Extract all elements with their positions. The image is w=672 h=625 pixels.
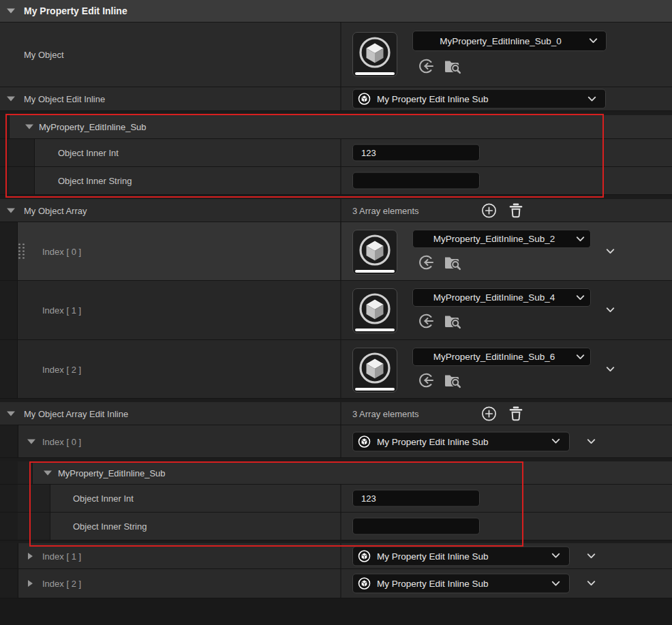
row-my-object: My Object MyProperty_EditInline_Sub_0 — [0, 22, 672, 87]
indent-gutter — [0, 139, 10, 166]
row-expander-icon[interactable] — [7, 97, 15, 102]
index-expander-icon[interactable] — [28, 553, 33, 560]
column-divider[interactable] — [340, 569, 341, 598]
chevron-down-icon — [576, 354, 585, 360]
asset-thumbnail[interactable] — [352, 288, 397, 333]
browse-to-asset-button[interactable] — [444, 58, 461, 74]
array-elements-count: 3 Array elements — [352, 205, 419, 215]
asset-thumbnail[interactable] — [352, 348, 397, 393]
column-divider[interactable] — [340, 199, 341, 222]
int-value-input[interactable] — [352, 490, 480, 507]
array-clear-button[interactable] — [509, 202, 523, 218]
indent-gutter — [18, 461, 33, 484]
column-divider[interactable] — [340, 139, 341, 166]
indent-gutter — [32, 485, 50, 512]
row-expander-icon[interactable] — [7, 411, 15, 416]
column-divider[interactable] — [340, 402, 341, 425]
row-expand-chevron[interactable] — [606, 307, 615, 314]
add-element-icon — [481, 202, 497, 218]
combo-selected-label: My Property Edit Inline Sub — [377, 579, 489, 589]
column-divider[interactable] — [340, 222, 341, 280]
index-label: Index [ 0 ] — [42, 436, 81, 446]
property-label: Object Inner Int — [73, 493, 134, 504]
string-value-input[interactable] — [352, 172, 480, 189]
row-expand-chevron[interactable] — [587, 438, 596, 444]
use-selected-asset-icon — [418, 313, 434, 329]
chevron-down-icon — [551, 581, 560, 587]
category-header[interactable]: My Property Edit Inline — [0, 0, 672, 22]
chevron-down-icon — [551, 553, 560, 559]
column-divider[interactable] — [340, 87, 341, 110]
inline-class-combo[interactable]: My Property Edit Inline Sub — [352, 89, 606, 109]
asset-name: MyProperty_EditInline_Sub_6 — [433, 352, 570, 362]
indent-gutter — [9, 139, 35, 166]
row-sub-object-header-2: MyProperty_EditInline_Sub — [0, 461, 672, 485]
asset-thumbnail[interactable] — [352, 32, 397, 77]
browse-to-asset-button[interactable] — [444, 372, 461, 388]
column-divider[interactable] — [340, 340, 341, 398]
column-divider[interactable] — [340, 281, 341, 339]
column-divider[interactable] — [340, 513, 341, 540]
indent-gutter — [0, 340, 18, 398]
asset-picker-dropdown[interactable]: MyProperty_EditInline_Sub_6 — [412, 348, 591, 366]
index-label: Index [ 1 ] — [42, 305, 81, 316]
browse-to-asset-button[interactable] — [444, 313, 461, 329]
asset-picker-dropdown[interactable]: MyProperty_EditInline_Sub_4 — [412, 288, 591, 307]
asset-color-bar — [355, 72, 395, 75]
inline-class-combo[interactable]: My Property Edit Inline Sub — [352, 574, 570, 594]
sub-object-expander-icon[interactable] — [25, 125, 33, 129]
cube-asset-icon — [353, 347, 397, 391]
array-clear-button[interactable] — [509, 406, 523, 421]
row-expand-chevron[interactable] — [587, 553, 596, 559]
browse-to-asset-icon — [444, 58, 461, 74]
row-expand-chevron[interactable] — [606, 366, 615, 372]
cube-asset-icon — [353, 31, 397, 75]
index-label: Index [ 2 ] — [42, 364, 81, 374]
asset-picker-dropdown[interactable]: MyProperty_EditInline_Sub_2 — [412, 230, 591, 248]
indent-gutter — [0, 569, 18, 598]
indent-gutter — [0, 222, 18, 280]
array-add-button[interactable] — [481, 202, 497, 218]
row-expander-icon[interactable] — [7, 208, 15, 213]
index-label: Index [ 2 ] — [42, 579, 81, 589]
index-expander-icon[interactable] — [27, 439, 35, 444]
use-selected-asset-button[interactable] — [418, 254, 434, 271]
column-divider[interactable] — [340, 425, 341, 457]
row-object-inner-string-2: Object Inner String — [0, 513, 672, 540]
row-my-object-array: My Object Array 3 Array elements — [0, 199, 672, 222]
inline-item-row-2: Index [ 2 ] My Property Edit Inline Sub — [0, 569, 672, 598]
row-expand-chevron[interactable] — [587, 581, 596, 587]
array-add-button[interactable] — [481, 406, 497, 421]
use-selected-asset-icon — [418, 254, 434, 271]
sub-object-expander-icon[interactable] — [44, 470, 52, 475]
index-expander-icon[interactable] — [28, 580, 33, 587]
row-expand-chevron[interactable] — [606, 248, 615, 254]
use-selected-asset-button[interactable] — [418, 313, 434, 329]
column-divider[interactable] — [340, 22, 341, 87]
category-expander-icon[interactable] — [7, 9, 15, 14]
indent-gutter — [0, 115, 10, 138]
category-title: My Property Edit Inline — [24, 5, 127, 16]
use-selected-asset-button[interactable] — [418, 58, 434, 74]
string-value-input[interactable] — [352, 518, 480, 535]
indent-gutter — [0, 461, 18, 484]
combo-selected-label: My Property Edit Inline Sub — [377, 551, 489, 561]
column-divider[interactable] — [340, 485, 341, 512]
cube-circle-icon — [358, 93, 371, 106]
column-divider[interactable] — [340, 167, 341, 194]
inline-class-combo[interactable]: My Property Edit Inline Sub — [352, 546, 570, 566]
drag-handle-icon[interactable] — [18, 243, 25, 259]
property-label: My Object Array — [24, 205, 87, 215]
property-label: Object Inner Int — [58, 148, 119, 158]
inline-class-combo[interactable]: My Property Edit Inline Sub — [352, 431, 570, 451]
use-selected-asset-button[interactable] — [418, 372, 434, 388]
combo-selected-label: My Property Edit Inline Sub — [377, 436, 489, 446]
asset-picker-dropdown[interactable]: MyProperty_EditInline_Sub_0 — [412, 31, 607, 51]
asset-thumbnail[interactable] — [352, 230, 397, 275]
column-divider[interactable] — [340, 543, 341, 568]
chevron-down-icon — [587, 553, 596, 559]
browse-to-asset-button[interactable] — [444, 254, 461, 271]
row-my-object-array-edit-inline: My Object Array Edit Inline 3 Array elem… — [0, 402, 672, 425]
chevron-down-icon — [606, 366, 615, 372]
int-value-input[interactable] — [352, 144, 480, 162]
